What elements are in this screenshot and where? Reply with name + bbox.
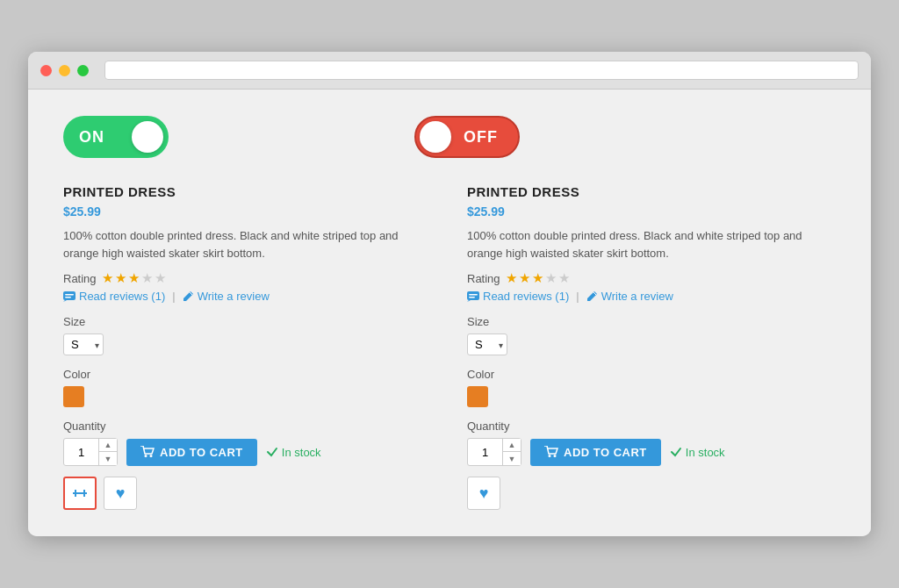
size-label-right: Size [467, 315, 836, 328]
star-2-right: ★ [519, 270, 530, 286]
read-reviews-link-left[interactable]: Read reviews (1) [63, 290, 165, 303]
browser-content: ON OFF PRINTED DRESS $25.99 100% cotton … [28, 90, 871, 536]
svg-point-14 [554, 455, 557, 457]
size-wrapper-left[interactable]: S M L XL [63, 333, 104, 355]
rating-label-left: Rating [63, 272, 97, 285]
pencil-icon-right [586, 290, 598, 302]
cart-icon-left [140, 446, 155, 458]
qty-arrows-right: ▲ ▼ [503, 439, 521, 465]
quantity-row-right: 1 ▲ ▼ ADD TO CART [467, 438, 836, 466]
heart-icon-right: ♥ [479, 484, 489, 503]
quantity-row-left: 1 ▲ ▼ ADD TO CART [63, 438, 432, 466]
size-wrapper-right[interactable]: S M L XL [467, 333, 507, 355]
reviews-row-right: Read reviews (1) | Write a review [467, 290, 836, 303]
wishlist-button-right[interactable]: ♥ [467, 477, 500, 510]
size-select-right[interactable]: S M L XL [467, 333, 507, 355]
toggle-off-knob [420, 121, 451, 153]
toggle-off[interactable]: OFF [414, 116, 520, 158]
star-3-left: ★ [128, 270, 140, 286]
qty-wrapper-left: 1 ▲ ▼ [63, 438, 118, 466]
wishlist-button-left[interactable]: ♥ [104, 477, 137, 510]
product-price-right: $25.99 [467, 204, 836, 219]
star-3-right: ★ [532, 270, 543, 286]
comment-icon-right [467, 291, 479, 302]
stars-left: ★ ★ ★ ★ ★ [102, 270, 166, 286]
product-desc-left: 100% cotton double printed dress. Black … [63, 227, 432, 262]
add-to-cart-left[interactable]: ADD TO CART [126, 439, 257, 466]
add-to-cart-right[interactable]: ADD TO CART [530, 439, 661, 466]
qty-arrows-left: ▲ ▼ [99, 439, 117, 465]
svg-rect-3 [65, 297, 71, 298]
divider-right: | [576, 290, 579, 303]
in-stock-left: In stock [266, 446, 321, 459]
qty-up-left[interactable]: ▲ [99, 439, 117, 452]
write-review-link-left[interactable]: Write a review [183, 290, 270, 303]
stars-right: ★ ★ ★ ★ ★ [506, 270, 570, 286]
comment-icon-left [63, 291, 76, 302]
toggle-row: ON OFF [63, 116, 836, 158]
color-swatch-right[interactable] [467, 386, 488, 407]
size-label-left: Size [63, 315, 432, 328]
product-desc-right: 100% cotton double printed dress. Black … [467, 227, 836, 262]
star-1-right: ★ [506, 270, 517, 286]
star-4-right: ★ [545, 270, 557, 286]
minimize-button[interactable] [59, 65, 70, 76]
toggle-off-label: OFF [464, 128, 498, 147]
checkmark-icon-left [266, 446, 278, 458]
star-5-right: ★ [558, 270, 570, 286]
browser-titlebar [28, 52, 871, 90]
close-button[interactable] [40, 65, 52, 76]
maximize-button[interactable] [77, 65, 89, 76]
color-swatch-left[interactable] [63, 386, 84, 407]
color-label-right: Color [467, 368, 836, 381]
quantity-label-right: Quantity [467, 419, 836, 433]
toggle-on-knob [132, 121, 163, 153]
svg-rect-12 [469, 297, 475, 298]
product-price-left: $25.99 [63, 204, 432, 219]
svg-rect-0 [63, 291, 76, 300]
qty-value-left: 1 [64, 439, 99, 465]
products-row: PRINTED DRESS $25.99 100% cotton double … [63, 184, 836, 510]
read-reviews-link-right[interactable]: Read reviews (1) [467, 290, 569, 303]
action-buttons-right: ♥ [467, 477, 836, 510]
svg-point-4 [145, 455, 147, 457]
qty-up-right[interactable]: ▲ [503, 439, 521, 452]
product-card-right: PRINTED DRESS $25.99 100% cotton double … [467, 184, 836, 510]
heart-icon-left: ♥ [116, 484, 126, 503]
rating-label-right: Rating [467, 272, 500, 285]
in-stock-right: In stock [670, 446, 725, 459]
product-card-left: PRINTED DRESS $25.99 100% cotton double … [63, 184, 432, 510]
color-label-left: Color [63, 368, 432, 381]
size-select-left[interactable]: S M L XL [63, 333, 104, 355]
toggle-on-label: ON [79, 128, 104, 147]
checkmark-icon-right [670, 446, 682, 458]
svg-marker-10 [467, 300, 471, 302]
svg-rect-2 [65, 294, 74, 296]
svg-rect-9 [467, 291, 479, 300]
qty-wrapper-right: 1 ▲ ▼ [467, 438, 521, 466]
write-review-link-right[interactable]: Write a review [586, 290, 673, 303]
svg-point-5 [150, 455, 153, 457]
star-1-left: ★ [102, 270, 113, 286]
star-5-left: ★ [155, 270, 166, 286]
browser-window: ON OFF PRINTED DRESS $25.99 100% cotton … [28, 52, 871, 536]
star-2-left: ★ [115, 270, 126, 286]
rating-row-left: Rating ★ ★ ★ ★ ★ [63, 270, 432, 286]
reviews-row-left: Read reviews (1) | Write a review [63, 290, 432, 303]
product-title-left: PRINTED DRESS [63, 184, 432, 199]
quantity-label-left: Quantity [63, 419, 432, 433]
svg-marker-1 [63, 300, 67, 302]
qty-down-right[interactable]: ▼ [503, 452, 521, 465]
compare-icon-left [73, 488, 87, 498]
compare-button-left[interactable] [63, 477, 97, 510]
qty-down-left[interactable]: ▼ [99, 452, 117, 465]
qty-value-right: 1 [468, 439, 503, 465]
rating-row-right: Rating ★ ★ ★ ★ ★ [467, 270, 836, 286]
divider-left: | [172, 290, 175, 303]
cart-icon-right [544, 446, 558, 458]
url-bar[interactable] [104, 61, 859, 80]
svg-point-13 [549, 455, 551, 457]
star-4-left: ★ [141, 270, 153, 286]
toggle-on[interactable]: ON [63, 116, 169, 158]
action-buttons-left: ♥ [63, 477, 432, 510]
